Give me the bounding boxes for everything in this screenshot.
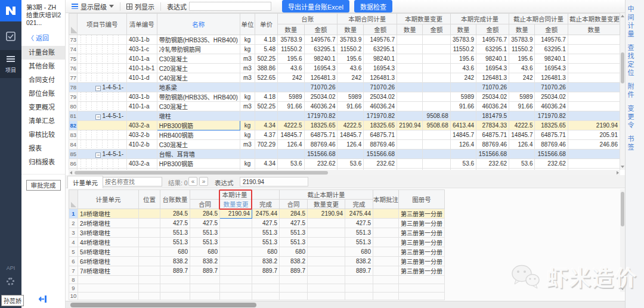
- cell[interactable]: 91.66: [277, 102, 304, 111]
- column-display-button[interactable]: 列显示: [120, 0, 160, 13]
- cell[interactable]: m3: [240, 73, 255, 83]
- cell[interactable]: 16954.3: [535, 64, 568, 73]
- cell[interactable]: 410-2-b: [126, 140, 157, 150]
- cell[interactable]: 98240.1: [364, 54, 397, 64]
- cell[interactable]: [568, 73, 620, 83]
- ledger-v-scrollbar[interactable]: [620, 13, 625, 170]
- cell[interactable]: 25034.02: [304, 92, 338, 102]
- cell[interactable]: [397, 45, 423, 54]
- cell[interactable]: kg: [240, 35, 255, 45]
- cell[interactable]: 63295.1: [364, 45, 397, 54]
- cell[interactable]: 71070.26: [364, 83, 397, 92]
- cell[interactable]: [220, 247, 252, 257]
- cell[interactable]: 14845.7: [277, 130, 304, 140]
- unit-name-cell[interactable]: [78, 292, 139, 300]
- tree-cell[interactable]: [78, 102, 127, 111]
- cell[interactable]: [240, 83, 255, 92]
- cell[interactable]: 680: [345, 247, 373, 257]
- ledger-sub-header[interactable]: 数量: [277, 24, 304, 35]
- cell[interactable]: [139, 284, 160, 292]
- cell[interactable]: 551.3: [345, 238, 373, 247]
- cell[interactable]: 98240.1: [304, 54, 338, 64]
- cell[interactable]: 88769.46: [364, 140, 397, 150]
- cell[interactable]: 410-1-b-1: [126, 64, 157, 73]
- prev-button[interactable]: «: [188, 177, 197, 186]
- cell[interactable]: 5989: [338, 92, 364, 102]
- cell[interactable]: 14845.7: [509, 130, 535, 140]
- cell[interactable]: [423, 92, 450, 102]
- cell[interactable]: 18325.65: [535, 121, 568, 130]
- cell[interactable]: 4.34: [255, 121, 277, 130]
- cell[interactable]: 126.4: [450, 140, 476, 150]
- cell[interactable]: [423, 35, 450, 45]
- row-number[interactable]: 8: [69, 276, 78, 284]
- cell[interactable]: 680: [252, 247, 280, 257]
- cell[interactable]: 427.5: [190, 219, 220, 228]
- tree-cell[interactable]: −1-4-5-1-: [78, 83, 127, 92]
- cell[interactable]: [397, 54, 423, 64]
- tree-cell[interactable]: −1-4-5-1-: [78, 150, 127, 159]
- cell[interactable]: [338, 150, 364, 159]
- cell[interactable]: 151566.68: [364, 150, 397, 159]
- tasks-check-icon[interactable]: [0, 26, 21, 46]
- tree-cell[interactable]: [78, 54, 127, 64]
- cell[interactable]: [373, 276, 399, 284]
- cell[interactable]: 63295.1: [304, 45, 338, 54]
- cell[interactable]: 91.66: [450, 102, 476, 111]
- cell[interactable]: 126.4: [509, 140, 535, 150]
- sidebar-item[interactable]: 清单汇总: [21, 114, 65, 128]
- right-panel-item[interactable]: 变更令: [626, 105, 644, 130]
- ledger-sub-header[interactable]: 金额: [476, 24, 509, 35]
- cell[interactable]: [277, 111, 304, 121]
- cell[interactable]: 46036.24: [364, 102, 397, 111]
- cell[interactable]: [373, 238, 399, 247]
- cell[interactable]: 242: [338, 73, 364, 83]
- cell[interactable]: 71070.26: [535, 83, 568, 92]
- cell[interactable]: [139, 247, 160, 257]
- cell[interactable]: 427.5: [252, 219, 280, 228]
- sidebar-item[interactable]: 报表: [21, 142, 65, 155]
- cell[interactable]: 427.5: [345, 219, 373, 228]
- cell[interactable]: [568, 150, 620, 159]
- expression-input-bottom[interactable]: [240, 177, 308, 186]
- cell[interactable]: [308, 247, 345, 257]
- cell[interactable]: 502.25: [255, 54, 277, 64]
- exit-icon[interactable]: [38, 295, 48, 306]
- cell[interactable]: 11550.2: [509, 45, 535, 54]
- row-number[interactable]: 6: [69, 257, 78, 266]
- cell[interactable]: 16954.3: [364, 64, 397, 73]
- cell[interactable]: 16954.3: [304, 64, 338, 73]
- cell[interactable]: [397, 73, 423, 83]
- tree-cell[interactable]: [78, 35, 127, 45]
- cell[interactable]: [190, 276, 220, 284]
- cell[interactable]: [399, 284, 445, 292]
- cell[interactable]: 838.2: [345, 257, 373, 266]
- ledger-sub-header[interactable]: 数量: [568, 24, 620, 35]
- cell[interactable]: 第三册第一分册: [399, 209, 445, 219]
- api-label[interactable]: API: [0, 265, 21, 271]
- cell[interactable]: 126.4: [277, 140, 304, 150]
- export-excel-button[interactable]: 导出计量台账Excel: [282, 0, 349, 13]
- cell[interactable]: 9508.68: [423, 121, 450, 130]
- row-number[interactable]: 81: [69, 111, 78, 121]
- ledger-group-header[interactable]: 截止本期数量变更: [568, 14, 620, 24]
- cell[interactable]: 838.2: [160, 257, 190, 266]
- cell[interactable]: 43.6: [509, 64, 535, 73]
- cell[interactable]: 43.6: [338, 64, 364, 73]
- unit-name-cell[interactable]: 3#桥墩墩柱: [78, 228, 139, 238]
- unit-col-header[interactable]: 台账数量: [160, 190, 190, 209]
- cell[interactable]: [397, 35, 423, 45]
- cell[interactable]: 680: [160, 247, 190, 257]
- unit-col-header[interactable]: 本期批注: [373, 190, 399, 209]
- cell[interactable]: [126, 111, 157, 121]
- cell[interactable]: 702.29: [255, 140, 277, 150]
- cell[interactable]: 第三册第一分册: [399, 228, 445, 238]
- back-link[interactable]: 〈 返回: [21, 27, 65, 46]
- cell[interactable]: [568, 54, 620, 64]
- cell[interactable]: [190, 292, 220, 300]
- unit-v-scroll-thumb[interactable]: [621, 192, 624, 226]
- cell[interactable]: 149576.7: [364, 35, 397, 45]
- cell[interactable]: 284.5: [190, 209, 220, 219]
- approve-button[interactable]: 审批完成: [26, 180, 61, 191]
- cell[interactable]: 64875.71: [535, 130, 568, 140]
